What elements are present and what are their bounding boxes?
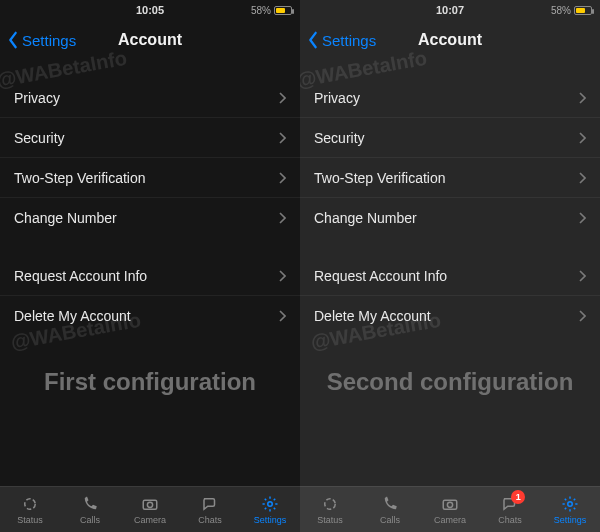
tab-settings[interactable]: Settings: [240, 487, 300, 532]
chevron-right-icon: [578, 132, 586, 144]
navigation-bar: Settings Account: [0, 20, 300, 60]
page-title: Account: [0, 31, 300, 49]
status-icon: [19, 495, 41, 513]
svg-point-0: [25, 498, 36, 509]
tab-label: Chats: [498, 515, 522, 525]
gear-icon: [259, 495, 281, 513]
row-label: Change Number: [14, 210, 117, 226]
tab-label: Status: [317, 515, 343, 525]
camera-icon: [139, 495, 161, 513]
tab-status[interactable]: Status: [300, 487, 360, 532]
tab-label: Camera: [434, 515, 466, 525]
battery-icon: [274, 6, 292, 15]
caption-label: Second configuration: [300, 368, 600, 396]
gear-icon: [559, 495, 581, 513]
chevron-right-icon: [278, 212, 286, 224]
tab-settings[interactable]: Settings: [540, 487, 600, 532]
row-label: Privacy: [14, 90, 60, 106]
svg-point-6: [447, 502, 452, 507]
svg-point-2: [147, 502, 152, 507]
row-label: Two-Step Verification: [14, 170, 146, 186]
row-label: Security: [14, 130, 65, 146]
row-label: Delete My Account: [314, 308, 431, 324]
battery-icon: [574, 6, 592, 15]
row-delete-my-account[interactable]: Delete My Account: [0, 296, 300, 336]
unread-badge: 1: [511, 490, 525, 504]
row-privacy[interactable]: Privacy: [0, 78, 300, 118]
settings-group-2: Request Account Info Delete My Account: [300, 256, 600, 336]
tab-status[interactable]: Status: [0, 487, 60, 532]
chevron-right-icon: [278, 92, 286, 104]
tab-label: Calls: [80, 515, 100, 525]
tab-bar: Status Calls Camera 1 Chats Settings: [300, 486, 600, 532]
row-privacy[interactable]: Privacy: [300, 78, 600, 118]
chevron-right-icon: [278, 172, 286, 184]
row-label: Security: [314, 130, 365, 146]
tab-label: Calls: [380, 515, 400, 525]
tab-camera[interactable]: Camera: [420, 487, 480, 532]
chevron-right-icon: [278, 132, 286, 144]
settings-group-2: Request Account Info Delete My Account: [0, 256, 300, 336]
status-time: 10:07: [300, 4, 600, 16]
status-icon: [319, 495, 341, 513]
chevron-right-icon: [578, 172, 586, 184]
settings-group-1: Privacy Security Two-Step Verification C…: [300, 78, 600, 238]
navigation-bar: Settings Account: [300, 20, 600, 60]
svg-point-3: [268, 501, 273, 506]
chevron-right-icon: [578, 310, 586, 322]
svg-point-7: [568, 501, 573, 506]
settings-group-1: Privacy Security Two-Step Verification C…: [0, 78, 300, 238]
chevron-right-icon: [278, 310, 286, 322]
tab-camera[interactable]: Camera: [120, 487, 180, 532]
row-delete-my-account[interactable]: Delete My Account: [300, 296, 600, 336]
phone-first-configuration: 10:05 58% Settings Account @WABetaInfo P…: [0, 0, 300, 532]
row-security[interactable]: Security: [0, 118, 300, 158]
chevron-right-icon: [278, 270, 286, 282]
svg-point-4: [325, 498, 336, 509]
row-label: Request Account Info: [314, 268, 447, 284]
row-change-number[interactable]: Change Number: [0, 198, 300, 238]
status-bar: 10:07 58%: [300, 0, 600, 20]
chevron-right-icon: [578, 212, 586, 224]
tab-chats[interactable]: Chats: [180, 487, 240, 532]
row-two-step-verification[interactable]: Two-Step Verification: [0, 158, 300, 198]
camera-icon: [439, 495, 461, 513]
chevron-right-icon: [578, 270, 586, 282]
tab-chats[interactable]: 1 Chats: [480, 487, 540, 532]
row-change-number[interactable]: Change Number: [300, 198, 600, 238]
row-security[interactable]: Security: [300, 118, 600, 158]
phone-second-configuration: 10:07 58% Settings Account @WABetaInfo P…: [300, 0, 600, 532]
row-label: Change Number: [314, 210, 417, 226]
row-label: Request Account Info: [14, 268, 147, 284]
row-label: Two-Step Verification: [314, 170, 446, 186]
row-label: Privacy: [314, 90, 360, 106]
tab-calls[interactable]: Calls: [360, 487, 420, 532]
row-label: Delete My Account: [14, 308, 131, 324]
row-request-account-info[interactable]: Request Account Info: [0, 256, 300, 296]
row-request-account-info[interactable]: Request Account Info: [300, 256, 600, 296]
tab-label: Camera: [134, 515, 166, 525]
page-title: Account: [300, 31, 600, 49]
tab-calls[interactable]: Calls: [60, 487, 120, 532]
status-bar: 10:05 58%: [0, 0, 300, 20]
chats-icon: [199, 495, 221, 513]
tab-bar: Status Calls Camera Chats Settings: [0, 486, 300, 532]
phone-icon: [79, 495, 101, 513]
tab-label: Settings: [554, 515, 587, 525]
tab-label: Settings: [254, 515, 287, 525]
chevron-right-icon: [578, 92, 586, 104]
phone-icon: [379, 495, 401, 513]
tab-label: Chats: [198, 515, 222, 525]
caption-label: First configuration: [0, 368, 300, 396]
row-two-step-verification[interactable]: Two-Step Verification: [300, 158, 600, 198]
status-time: 10:05: [0, 4, 300, 16]
tab-label: Status: [17, 515, 43, 525]
